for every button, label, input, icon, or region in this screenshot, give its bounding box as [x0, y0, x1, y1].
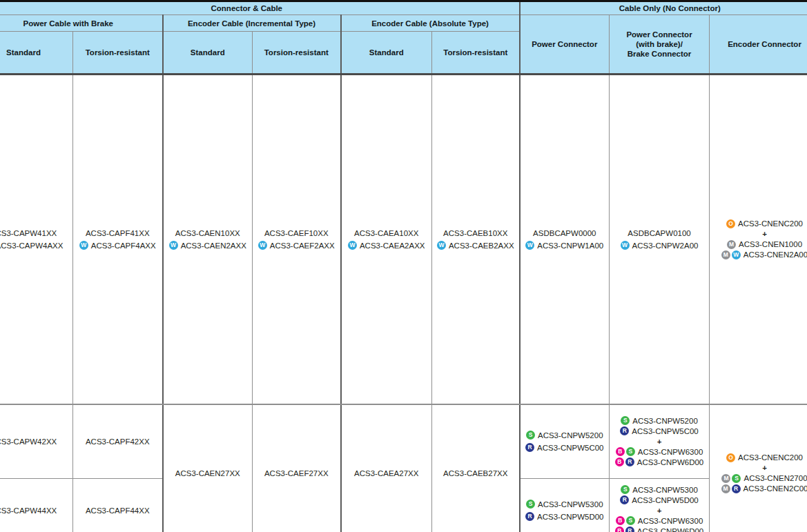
part-number-line: MACS3-CNEN1000 — [710, 239, 807, 250]
part-number-line: MWACS3-CNEN2A00 — [710, 250, 807, 260]
badge-w-icon: W — [348, 241, 357, 250]
part-number-text: ACS3-CNPW6300 — [638, 517, 703, 525]
part-number-line: ACS3-CAEB10XX — [432, 228, 519, 239]
part-number-line: ACS3-CAPF41XX — [73, 228, 162, 239]
part-number-line: RACS3-CNPW5D00 — [610, 495, 709, 505]
part-number-text: ACS3-CNPW5300 — [632, 486, 698, 494]
plus-text: + — [762, 464, 767, 472]
badge-r-icon: R — [620, 495, 629, 504]
part-number-text: ACS3-CNENC200 — [738, 219, 803, 228]
badge-r-icon: R — [625, 457, 634, 466]
part-number-line: SACS3-CNPW5200 — [521, 430, 610, 441]
part-number-text: ACS3-CAEA27XX — [354, 469, 418, 477]
part-number-text: ACS3-CAEB2AXX — [449, 242, 514, 250]
part-number-line: ACS3-CAPW42XX — [0, 436, 72, 447]
part-number-text: ACS3-CAEF10XX — [264, 229, 329, 237]
cell-power-connector-row1: ASDBCAPW0000WACS3-CNPW1A00 — [520, 75, 610, 404]
column-header-absolute-torsion: Torsion-resistant — [432, 32, 520, 75]
column-header-absolute-standard: Standard — [341, 32, 432, 75]
subgroup-header-power-cable-with-brake: Power Cable with Brake — [0, 15, 163, 32]
cell-power-brake-connector-row1: ASDBCAPW0100WACS3-CNPW2A00 — [610, 75, 710, 404]
part-number-text: ASDBCAPW0000 — [533, 229, 596, 237]
part-number-text: ACS3-CAEN10XX — [175, 229, 240, 237]
cell-power-torsion-row2b: ACS3-CAPF44XX — [73, 479, 163, 532]
column-header-incremental-torsion: Torsion-resistant — [253, 32, 341, 75]
cell-power-brake-connector-row2a: SACS3-CNPW5200RACS3-CNPW5C00+BSACS3-CNPW… — [610, 404, 710, 479]
cell-encoder-connector-row2: OACS3-CNENC200+MSACS3-CNEN2700MRACS3-CNE… — [710, 404, 807, 532]
subgroup-header-encoder-cable-absolute: Encoder Cable (Absolute Type) — [341, 15, 520, 32]
badge-b-icon: B — [615, 526, 624, 532]
part-number-line: BRACS3-CNPW6D00 — [610, 457, 709, 467]
column-header-power-connector: Power Connector — [520, 15, 610, 75]
part-number-line: BRACS3-CNPW6D00 — [610, 526, 709, 532]
badge-w-icon: W — [437, 241, 446, 250]
part-number-text: ACS3-CNPW5200 — [632, 417, 698, 425]
part-number-line: ASDBCAPW0000 — [521, 228, 610, 239]
subgroup-header-encoder-cable-incremental: Encoder Cable (Incremental Type) — [163, 15, 341, 32]
part-number-line: WACS3-CAPW4AXX — [0, 240, 72, 251]
badge-w-icon: W — [79, 241, 88, 250]
part-number-text: ACS3-CNPW6300 — [638, 448, 703, 456]
cell-absolute-torsion-row2: ACS3-CAEB27XX — [432, 404, 520, 532]
badge-s-icon: S — [732, 474, 741, 483]
part-number-text: ACS3-CNPW5C00 — [537, 444, 604, 452]
part-number-text: ACS3-CNPW5D00 — [632, 496, 699, 504]
connector-cable-table: Connector & Cable Cable Only (No Connect… — [0, 0, 807, 532]
part-number-text: ACS3-CNPW5C00 — [632, 427, 699, 435]
part-number-line: WACS3-CAPF4AXX — [73, 240, 162, 251]
plus-text: + — [657, 506, 662, 515]
part-number-text: ACS3-CAPW4AXX — [0, 242, 63, 250]
part-number-text: ACS3-CNEN2A00 — [743, 250, 807, 259]
part-number-text: ACS3-CNPW5200 — [538, 431, 603, 440]
cell-power-standard-row1: ACS3-CAPW41XXWACS3-CAPW4AXX — [0, 75, 73, 404]
badge-r-icon: R — [525, 512, 534, 521]
badge-s-icon: S — [621, 485, 630, 494]
plus-separator: + — [610, 505, 709, 515]
cell-absolute-torsion-row1: ACS3-CAEB10XXWACS3-CAEB2AXX — [432, 75, 520, 404]
part-number-line: ACS3-CAEF10XX — [253, 228, 340, 239]
part-number-line: OACS3-CNENC200 — [710, 453, 807, 463]
part-number-line: OACS3-CNENC200 — [710, 219, 807, 229]
badge-w-icon: W — [258, 241, 267, 250]
part-number-text: ACS3-CAEB10XX — [443, 229, 507, 237]
part-number-text: ACS3-CNEN1000 — [739, 240, 802, 248]
part-number-line: SACS3-CNPW5300 — [610, 484, 709, 495]
cell-power-connector-row2a: SACS3-CNPW5200RACS3-CNPW5C00 — [520, 404, 610, 479]
part-number-line: MRACS3-CNEN2C00 — [710, 484, 807, 494]
part-number-line: SACS3-CNPW5300 — [521, 499, 610, 510]
catalog-table-page: Connector & Cable Cable Only (No Connect… — [0, 0, 807, 532]
part-number-line: WACS3-CAEA2AXX — [342, 240, 432, 251]
column-header-incremental-standard: Standard — [163, 32, 253, 75]
part-number-text: ACS3-CNPW6D00 — [637, 527, 704, 532]
part-number-line: BSACS3-CNPW6300 — [610, 446, 709, 457]
part-number-text: ACS3-CAPW42XX — [0, 437, 57, 446]
badge-m-icon: M — [721, 474, 730, 483]
badge-m-icon: M — [727, 240, 736, 249]
plus-separator: + — [710, 229, 807, 239]
table-row: ACS3-CAPW41XXWACS3-CAPW4AXX ACS3-CAPF41X… — [0, 75, 807, 404]
plus-separator: + — [610, 436, 709, 446]
column-header-power-standard: Standard — [0, 32, 73, 75]
part-number-line: ACS3-CAEF27XX — [253, 468, 340, 479]
part-number-line: ACS3-CAPF44XX — [73, 505, 162, 516]
part-number-line: WACS3-CAEB2AXX — [432, 240, 519, 251]
part-number-line: ACS3-CAEN27XX — [164, 468, 253, 479]
part-number-text: ACS3-CAPW41XX — [0, 229, 57, 237]
part-number-text: ACS3-CAEF27XX — [264, 469, 329, 477]
plus-text: + — [657, 437, 662, 446]
part-number-line: ACS3-CAEA10XX — [342, 228, 432, 239]
badge-s-icon: S — [526, 500, 535, 509]
part-number-text: ACS3-CAEN2AXX — [181, 242, 246, 250]
badge-s-icon: S — [621, 416, 630, 425]
badge-r-icon: R — [620, 426, 629, 435]
column-header-power-brake-connector: Power Connector (with brake)/ Brake Conn… — [610, 15, 710, 75]
part-number-line: RACS3-CNPW5D00 — [521, 511, 610, 522]
part-number-line: ASDBCAPW0100 — [610, 228, 709, 239]
part-number-line: ACS3-CAEN10XX — [164, 228, 253, 239]
cell-power-standard-row2b: ACS3-CAPW44XX — [0, 479, 73, 532]
badge-m-icon: M — [721, 484, 730, 493]
part-number-text: ACS3-CAPF41XX — [86, 229, 150, 237]
badge-w-icon: W — [732, 250, 741, 259]
cell-incremental-standard-row1: ACS3-CAEN10XXWACS3-CAEN2AXX — [163, 75, 253, 404]
part-number-text: ACS3-CAPW44XX — [0, 506, 57, 515]
